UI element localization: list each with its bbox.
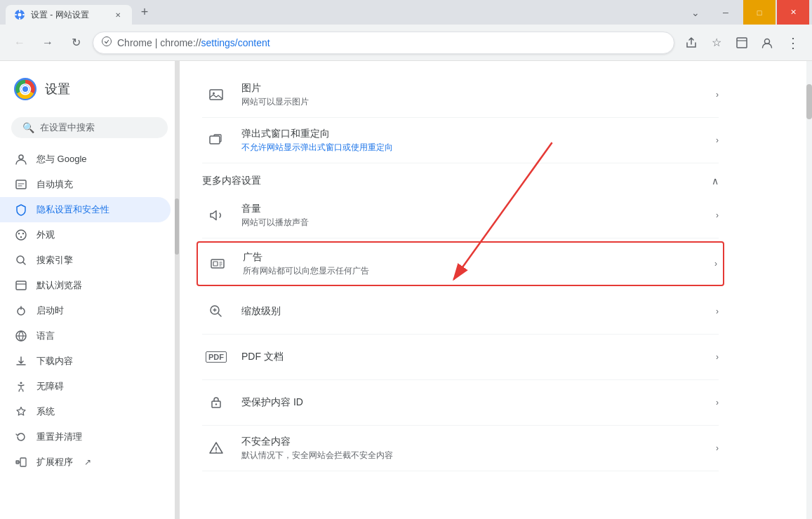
bookmark-icon[interactable]: ☆	[705, 32, 728, 54]
svg-point-41	[215, 452, 217, 453]
svg-point-5	[102, 37, 112, 46]
sidebar-item-label: 扩展程序	[36, 456, 73, 469]
chrome-label: Chrome	[117, 37, 152, 48]
minimize-button[interactable]: ─	[710, 0, 742, 25]
sidebar-search-container: 🔍 在设置中搜索	[0, 112, 179, 144]
browser-icon	[14, 278, 28, 292]
svg-point-17	[18, 233, 20, 234]
palette-icon	[14, 228, 28, 242]
external-link-icon: ↗	[84, 457, 91, 467]
svg-rect-4	[22, 14, 25, 15]
ads-icon	[204, 250, 232, 278]
sidebar-scrollbar[interactable]	[175, 61, 179, 519]
pdf-chevron: ›	[716, 352, 719, 362]
profile-icon[interactable]	[756, 32, 778, 54]
search-bar[interactable]: 🔍 在设置中搜索	[11, 117, 168, 138]
settings-item-drm[interactable]: 受保护内容 ID ›	[202, 380, 719, 426]
sidebar-item-language[interactable]: 语言	[0, 323, 171, 349]
zoom-icon	[202, 297, 230, 325]
svg-point-19	[20, 236, 22, 238]
tab-close-button[interactable]: ✕	[112, 9, 124, 20]
insecure-title: 不安全内容	[241, 436, 716, 448]
search-engine-icon	[14, 253, 28, 267]
sidebar-item-browser[interactable]: 默认浏览器	[0, 273, 171, 298]
settings-item-sound[interactable]: 音量 网站可以播放声音 ›	[202, 193, 719, 238]
svg-rect-1	[19, 10, 20, 12]
svg-rect-28	[20, 458, 26, 466]
svg-rect-6	[737, 38, 747, 48]
main-layout: 设置 🔍 在设置中搜索 您与 Google 自动填充	[0, 61, 812, 519]
sidebar-item-label: 系统	[36, 405, 55, 418]
sound-icon	[202, 201, 230, 229]
settings-item-popup[interactable]: 弹出式窗口和重定向 不允许网站显示弹出式窗口或使用重定向 ›	[202, 118, 719, 163]
svg-rect-2	[19, 18, 20, 20]
person-icon	[14, 152, 28, 166]
sidebar-item-startup[interactable]: 启动时	[0, 298, 171, 323]
svg-rect-33	[213, 262, 218, 266]
settings-item-zoom[interactable]: 缩放级别 ›	[202, 289, 719, 335]
sidebar-item-label: 无障碍	[36, 380, 64, 393]
tab-icon[interactable]	[731, 32, 753, 54]
sidebar-item-label: 启动时	[36, 304, 64, 317]
settings-item-ads[interactable]: 广告 所有网站都可以向您显示任何广告 ›	[197, 241, 724, 286]
more-settings-label: 更多内容设置	[202, 175, 261, 187]
sidebar-item-extensions[interactable]: 扩展程序 ↗	[0, 450, 171, 475]
svg-point-13	[22, 86, 28, 92]
new-tab-button[interactable]: +	[135, 3, 154, 22]
settings-item-insecure[interactable]: 不安全内容 默认情况下，安全网站会拦截不安全内容 ›	[202, 426, 719, 471]
sidebar-item-label: 自动填充	[36, 178, 73, 191]
sidebar-item-system[interactable]: 系统	[0, 399, 171, 424]
chrome-logo	[14, 78, 36, 100]
settings-item-images[interactable]: 图片 网站可以显示图片 ›	[202, 72, 719, 118]
search-placeholder: 在设置中搜索	[40, 121, 95, 134]
svg-rect-31	[210, 136, 220, 144]
svg-rect-29	[210, 90, 222, 100]
sidebar-item-reset[interactable]: 重置并清理	[0, 424, 171, 450]
more-settings-section[interactable]: 更多内容设置 ∧	[202, 163, 719, 193]
settings-title: 设置	[45, 81, 70, 97]
close-button[interactable]: ✕	[777, 0, 809, 25]
sidebar-header: 设置	[0, 67, 179, 112]
sidebar-item-label: 下载内容	[36, 355, 73, 368]
content-inner: 图片 网站可以显示图片 › 弹出式窗口和重定向 不允许网站显示弹出式窗口或使用重…	[180, 61, 741, 483]
sidebar-item-accessibility[interactable]: 无障碍	[0, 374, 171, 399]
sidebar-item-label: 外观	[36, 229, 55, 241]
tab-search-dropdown[interactable]: ⌄	[684, 1, 707, 24]
content-scrollbar[interactable]	[806, 61, 812, 519]
sidebar-item-search[interactable]: 搜索引擎	[0, 248, 171, 273]
sidebar-item-appearance[interactable]: 外观	[0, 222, 171, 248]
tab-favicon	[14, 9, 25, 20]
menu-icon[interactable]: ⋮	[781, 32, 804, 54]
share-icon[interactable]	[680, 32, 703, 54]
svg-point-30	[213, 93, 215, 95]
drm-text: 受保护内容 ID	[241, 396, 716, 409]
content-area: 图片 网站可以显示图片 › 弹出式窗口和重定向 不允许网站显示弹出式窗口或使用重…	[180, 61, 812, 519]
popup-icon	[202, 126, 230, 154]
sidebar-item-privacy[interactable]: 隐私设置和安全性	[0, 197, 171, 222]
settings-item-pdf[interactable]: PDF PDF 文档 ›	[202, 335, 719, 380]
zoom-text: 缩放级别	[241, 305, 716, 318]
back-button[interactable]: ←	[8, 32, 31, 54]
sidebar-item-autofill[interactable]: 自动填充	[0, 172, 171, 197]
sidebar-scrollbar-thumb	[175, 198, 179, 255]
address-bar[interactable]: Chrome | chrome://settings/content	[93, 32, 674, 54]
sound-title: 音量	[241, 203, 716, 215]
popup-title: 弹出式窗口和重定向	[241, 128, 716, 140]
svg-point-14	[19, 155, 23, 159]
url-settings: settings	[201, 37, 235, 48]
reload-button[interactable]: ↻	[65, 32, 87, 54]
ads-subtitle: 所有网站都可以向您显示任何广告	[243, 265, 714, 277]
images-text: 图片 网站可以显示图片	[241, 82, 716, 108]
sound-text: 音量 网站可以播放声音	[241, 203, 716, 229]
titlebar: 设置 - 网站设置 ✕ + ⌄ ─ □ ✕	[0, 0, 812, 25]
accessibility-icon	[14, 379, 28, 393]
svg-point-26	[20, 382, 22, 384]
maximize-button[interactable]: □	[743, 0, 776, 25]
insecure-chevron: ›	[716, 443, 719, 453]
window-controls: ─ □ ✕	[710, 0, 812, 25]
forward-button[interactable]: →	[36, 32, 59, 54]
active-tab[interactable]: 设置 - 网站设置 ✕	[6, 5, 132, 25]
sidebar-item-download[interactable]: 下载内容	[0, 349, 171, 374]
svg-rect-3	[15, 14, 17, 15]
sidebar-item-google[interactable]: 您与 Google	[0, 147, 171, 172]
